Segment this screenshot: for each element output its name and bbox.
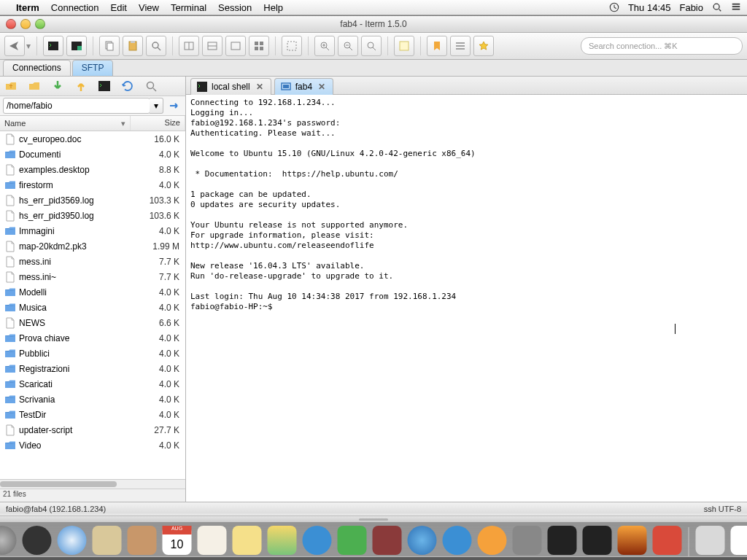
- download-icon[interactable]: [50, 78, 66, 94]
- svg-point-1: [713, 4, 719, 9]
- dock-folder[interactable]: [694, 524, 727, 556]
- dock-launchpad[interactable]: [0, 524, 18, 556]
- menu-connection[interactable]: Connection: [51, 2, 99, 13]
- menu-edit[interactable]: Edit: [111, 2, 127, 13]
- broadcast-button[interactable]: [249, 36, 269, 56]
- dock-safari[interactable]: [56, 524, 88, 556]
- search-icon[interactable]: [143, 78, 159, 94]
- file-row[interactable]: NEWS6.6 K: [0, 315, 185, 330]
- dock-pages[interactable]: [729, 524, 748, 556]
- file-row[interactable]: hs_err_pid3569.log103.3 K: [0, 192, 185, 208]
- split-v-button[interactable]: [202, 36, 222, 56]
- window-close-button[interactable]: [6, 19, 16, 29]
- clock-icon[interactable]: [609, 2, 619, 12]
- notifications-icon[interactable]: [731, 2, 741, 12]
- dock-maps[interactable]: [266, 524, 298, 556]
- close-icon[interactable]: ✕: [317, 82, 327, 92]
- file-row[interactable]: Registrazioni4.0 K: [0, 361, 185, 376]
- terminal-text: Connecting to 192.168.1.234... Logging i…: [186, 95, 747, 315]
- copy-button[interactable]: [99, 36, 120, 56]
- dock-filezilla[interactable]: [651, 524, 684, 556]
- file-row[interactable]: examples.desktop8.8 K: [0, 162, 185, 177]
- file-row[interactable]: Musica4.0 K: [0, 300, 185, 315]
- tab-connections[interactable]: Connections: [3, 60, 71, 77]
- dock-calendar[interactable]: AUG10: [161, 524, 193, 556]
- bookmark-button[interactable]: [427, 36, 447, 56]
- paste-button[interactable]: [123, 36, 143, 56]
- col-name[interactable]: Name▾: [0, 116, 131, 131]
- dock-itunes[interactable]: [406, 524, 438, 556]
- file-row[interactable]: Documenti4.0 K: [0, 147, 185, 162]
- menu-view[interactable]: View: [139, 2, 159, 13]
- file-row[interactable]: TestDir4.0 K: [0, 407, 185, 422]
- close-icon[interactable]: ✕: [255, 82, 265, 92]
- dock-notes[interactable]: [231, 524, 263, 556]
- file-row[interactable]: Pubblici4.0 K: [0, 346, 185, 361]
- h-scrollbar[interactable]: [0, 479, 185, 489]
- file-row[interactable]: Prova chiave4.0 K: [0, 330, 185, 346]
- dock-preferences[interactable]: [511, 524, 543, 556]
- dock-fire[interactable]: [616, 524, 649, 556]
- file-row[interactable]: Scrivania4.0 K: [0, 392, 185, 407]
- new-terminal-2-button[interactable]: [66, 36, 87, 56]
- sftp-path-input[interactable]: [3, 98, 150, 114]
- folder-new-icon[interactable]: [26, 78, 42, 94]
- window-zoom-button[interactable]: [35, 19, 45, 29]
- folder-up-icon[interactable]: [3, 78, 19, 94]
- list-button[interactable]: [450, 36, 471, 56]
- file-row[interactable]: hs_err_pid3950.log103.6 K: [0, 208, 185, 223]
- file-row[interactable]: Scaricati4.0 K: [0, 376, 185, 392]
- open-terminal-icon[interactable]: [96, 78, 112, 94]
- file-row[interactable]: mess.ini7.7 K: [0, 254, 185, 269]
- dock-contacts[interactable]: [126, 524, 158, 556]
- file-row[interactable]: Video4.0 K: [0, 438, 185, 453]
- dock-photobooth[interactable]: [371, 524, 403, 556]
- terminal-output[interactable]: Connecting to 192.168.1.234... Logging i…: [186, 95, 747, 502]
- upload-icon[interactable]: [73, 78, 89, 94]
- connection-search-input[interactable]: Search connection... ⌘K: [581, 37, 743, 55]
- zoom-out-button[interactable]: [338, 36, 358, 56]
- unsplit-button[interactable]: [225, 36, 246, 56]
- spotlight-icon[interactable]: [712, 2, 722, 12]
- zoom-reset-button[interactable]: [361, 36, 382, 56]
- file-row[interactable]: mess.ini~7.7 K: [0, 269, 185, 284]
- file-row[interactable]: cv_europeo.doc16.0 K: [0, 131, 185, 147]
- file-row[interactable]: Modelli4.0 K: [0, 284, 185, 300]
- new-terminal-button[interactable]: [43, 36, 63, 56]
- menu-help[interactable]: Help: [263, 2, 283, 13]
- sftp-path-dropdown[interactable]: ▾: [150, 98, 163, 114]
- dock-ibooks[interactable]: [476, 524, 508, 556]
- menu-session[interactable]: Session: [218, 2, 252, 13]
- col-size[interactable]: Size: [131, 116, 185, 131]
- dock-reminders[interactable]: [196, 524, 228, 556]
- dock-mission-control[interactable]: [21, 524, 53, 556]
- go-icon[interactable]: [166, 98, 182, 114]
- split-h-button[interactable]: [179, 36, 199, 56]
- file-list[interactable]: cv_europeo.doc16.0 KDocumenti4.0 Kexampl…: [0, 131, 185, 479]
- dock-messages[interactable]: [301, 524, 333, 556]
- zoom-in-button[interactable]: [314, 36, 335, 56]
- search-button[interactable]: [146, 36, 166, 56]
- dock-facetime[interactable]: [336, 524, 368, 556]
- note-button[interactable]: [394, 36, 414, 56]
- favorite-button[interactable]: [473, 36, 494, 56]
- tab-fab4[interactable]: fab4 ✕: [274, 78, 333, 95]
- file-row[interactable]: firestorm4.0 K: [0, 177, 185, 192]
- file-row[interactable]: updater-script27.7 K: [0, 422, 185, 438]
- tab-sftp[interactable]: SFTP: [72, 60, 114, 77]
- tab-local-shell[interactable]: local shell ✕: [190, 78, 271, 95]
- fullscreen-button[interactable]: [282, 36, 302, 56]
- file-row[interactable]: Immagini4.0 K: [0, 223, 185, 238]
- menu-app[interactable]: Iterm: [16, 2, 39, 13]
- window-minimize-button[interactable]: [20, 19, 31, 29]
- file-row[interactable]: map-20kdm2.pk31.99 M: [0, 238, 185, 254]
- dock-terminal[interactable]: [546, 524, 578, 556]
- dock-mail[interactable]: [91, 524, 123, 556]
- quick-connect-button[interactable]: [4, 36, 25, 56]
- menu-terminal[interactable]: Terminal: [171, 2, 206, 13]
- dock-terminal-2[interactable]: [581, 524, 614, 556]
- refresh-icon[interactable]: [120, 78, 136, 94]
- menubar-user[interactable]: Fabio: [679, 2, 703, 13]
- menubar-clock[interactable]: Thu 14:45: [628, 2, 671, 13]
- dock-appstore[interactable]: [441, 524, 473, 556]
